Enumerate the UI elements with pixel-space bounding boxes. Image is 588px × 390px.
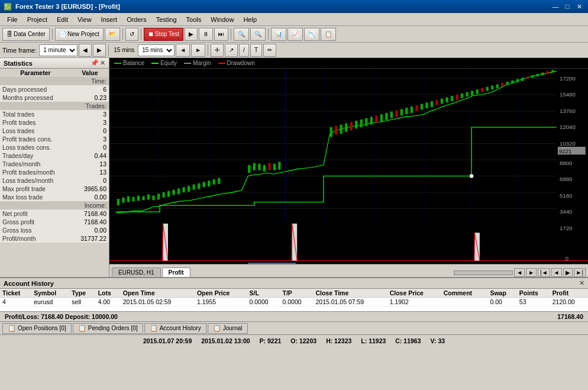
zoom-out-button[interactable]: 🔍 (250, 28, 266, 41)
cell-points: 53 (517, 298, 550, 307)
status-bar: 2015.01.07 20:59 2015.01.02 13:00 P: 922… (0, 334, 588, 346)
account-history-tab[interactable]: 📋 Account History (144, 323, 206, 334)
data-center-button[interactable]: 🗄 Data Center (2, 28, 50, 41)
stats-close-button[interactable]: ✕ (100, 59, 105, 67)
svg-rect-68 (421, 104, 423, 109)
cell-ticket: 4 (0, 298, 31, 307)
minimize-button[interactable]: — (550, 2, 561, 11)
journal-tab[interactable]: 📋 Journal (208, 323, 248, 334)
stats-row: Profit trades/month13 (0, 168, 109, 176)
status-p: P: 9221 (260, 337, 282, 344)
stats-row: Loss trades cons.0 (0, 143, 109, 152)
refresh-button[interactable]: ↺ (125, 28, 138, 41)
interval-next[interactable]: ► (191, 44, 205, 57)
svg-rect-85 (506, 82, 509, 85)
chart-canvas[interactable]: 17200 15480 13760 12040 10320 9221 8800 … (109, 69, 588, 264)
line-button[interactable]: / (239, 44, 249, 57)
separator-2 (122, 28, 123, 40)
tab-first[interactable]: |◄ (538, 268, 550, 277)
svg-rect-46 (263, 165, 266, 172)
menu-tools[interactable]: Tools (182, 15, 206, 24)
arrow-button[interactable]: ↗ (225, 44, 238, 57)
svg-rect-58 (370, 117, 373, 124)
menu-window[interactable]: Window (206, 15, 238, 24)
svg-rect-90 (531, 75, 534, 78)
timeframe-select[interactable]: 1 minute (39, 44, 77, 56)
play-button[interactable]: ▶ (185, 28, 198, 41)
ff-button[interactable]: ⏭ (214, 28, 228, 41)
chart-tool-2[interactable]: 📈 (287, 28, 303, 41)
legend-margin: Margin (184, 60, 211, 66)
stop-test-button[interactable]: ⏹ Stop Test (144, 28, 184, 41)
cell-profit: 2120.00 (550, 298, 588, 307)
tab-last[interactable]: ►| (574, 268, 586, 277)
menu-edit[interactable]: Edit (52, 15, 73, 24)
stats-value: 3 (71, 110, 109, 118)
stats-parameter: Total trades (0, 110, 71, 118)
svg-point-95 (470, 174, 473, 178)
tab-scroll-left[interactable]: ◄ (514, 268, 525, 277)
menu-view[interactable]: View (73, 15, 96, 24)
svg-rect-77 (466, 92, 468, 97)
tab-profit[interactable]: Profit (162, 267, 190, 277)
pending-orders-tab[interactable]: 📋 Pending Orders [0] (73, 323, 143, 334)
account-history-header: Account History ✕ (0, 278, 588, 289)
svg-rect-43 (248, 165, 250, 173)
menu-file[interactable]: File (2, 15, 22, 24)
svg-rect-73 (445, 97, 448, 102)
status-datetime: 2015.01.07 20:59 (143, 337, 192, 344)
chart-tool-1[interactable]: 📊 (271, 28, 286, 41)
menu-project[interactable]: Project (22, 15, 52, 24)
stats-pin-button[interactable]: 📌 (91, 59, 99, 67)
svg-rect-91 (537, 74, 539, 76)
account-history-close-button[interactable]: ✕ (579, 279, 584, 287)
new-project-button[interactable]: 📄 New Project (55, 28, 104, 41)
svg-rect-49 (278, 162, 280, 169)
open-positions-tab[interactable]: 📋 Open Positions [0] (2, 323, 72, 334)
menu-insert[interactable]: Insert (96, 15, 122, 24)
balance-label: Balance (123, 60, 144, 66)
zoom-in-button[interactable]: 🔍 (234, 28, 249, 41)
account-history-tab-label: Account History (160, 325, 201, 331)
crosshair-button[interactable]: ✛ (211, 44, 224, 57)
tab-eurusd-h1[interactable]: EURUSD, H1 (112, 267, 161, 277)
drawdown-color (218, 63, 225, 64)
balance-value: 17168.40 (557, 313, 583, 320)
open-project-button[interactable]: 📂 (105, 28, 120, 41)
chart-tool-4[interactable]: 📋 (321, 28, 336, 41)
menu-testing[interactable]: Testing (151, 15, 182, 24)
tab-prev[interactable]: ◄ (551, 268, 562, 277)
interval-display: 15 mins (111, 47, 137, 53)
menu-orders[interactable]: Orders (122, 15, 151, 24)
col-tp: T/P (280, 289, 313, 298)
pen-button[interactable]: ✏ (263, 44, 276, 57)
svg-text:13760: 13760 (560, 108, 576, 114)
pause-button[interactable]: ⏸ (199, 28, 213, 41)
tab-play[interactable]: ▶ (563, 268, 573, 277)
close-window-button[interactable]: ✕ (574, 2, 584, 11)
svg-rect-80 (481, 88, 483, 92)
new-project-icon: 📄 (59, 31, 66, 37)
stats-section-header: Income: (0, 201, 109, 209)
menu-help[interactable]: Help (238, 15, 261, 24)
tf-prev-button[interactable]: ◀ (79, 44, 92, 57)
svg-rect-86 (511, 80, 513, 84)
tab-scrollbar[interactable] (454, 270, 513, 275)
margin-label: Margin (193, 60, 211, 66)
cell-comment (441, 298, 488, 307)
stats-value: 0.00 (71, 193, 109, 201)
interval-prev[interactable]: ◄ (176, 44, 190, 57)
pending-orders-icon: 📋 (78, 324, 86, 332)
svg-text:0: 0 (566, 255, 569, 262)
text-button[interactable]: T (250, 44, 262, 57)
svg-rect-74 (451, 96, 453, 101)
separator-3 (141, 28, 141, 40)
account-history-panel: Account History ✕ Ticket Symbol Type Lot… (0, 277, 588, 321)
maximize-button[interactable]: □ (562, 2, 573, 11)
interval-select[interactable]: 15 mins (138, 44, 175, 56)
tf-next-button[interactable]: ▶ (93, 44, 106, 57)
svg-rect-71 (435, 100, 438, 105)
chart-tool-3[interactable]: 📉 (304, 28, 319, 41)
tab-scroll-right[interactable]: ► (526, 268, 537, 277)
account-history-icon: 📋 (150, 324, 158, 332)
